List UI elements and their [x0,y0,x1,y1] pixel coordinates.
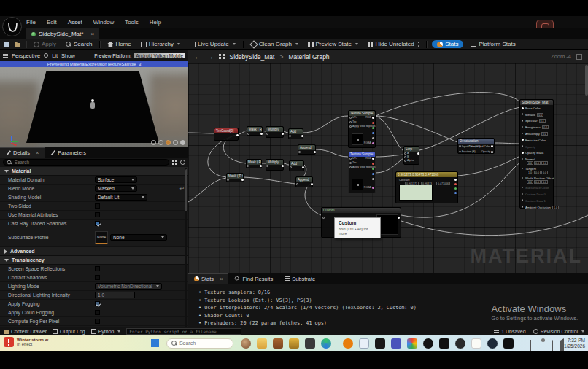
search-button[interactable]: Search [63,40,94,49]
compute-fog-per-pixel-checkbox[interactable] [95,319,100,324]
node-texture-sample-2[interactable]: Texture Sample UVs Tex Apply View MipBia… [348,151,376,193]
node-texture-sample-1[interactable]: Texture Sample UVs Tex Apply View MipBia… [348,110,376,148]
teams-icon[interactable] [391,338,401,349]
python-command-field[interactable] [126,328,241,335]
node-texcoord[interactable]: TexCoord[0] [214,128,239,141]
node-mask-rg-2[interactable]: Mask ( R G ) [226,173,244,182]
python-dropdown[interactable]: Python [91,329,121,334]
directional-lighting-intensity-field[interactable]: 1.0 [95,292,135,298]
node-append-1[interactable]: Append [298,144,316,155]
contact-shadows-checkbox[interactable] [95,275,100,280]
browse-icon[interactable] [15,42,20,47]
document-icon[interactable] [471,338,481,349]
output-log-button[interactable]: Output Log [53,329,85,334]
back-icon[interactable]: ← [194,53,201,61]
section-advanced[interactable]: Advanced [0,247,188,256]
google-icon[interactable] [407,338,417,349]
trophy-icon[interactable] [289,338,299,349]
details-scrollbar[interactable] [185,168,187,327]
menu-asset[interactable]: Asset [68,19,82,26]
lighting-mode-select[interactable]: Volumetric NonDirectional [95,283,162,290]
menu-window[interactable]: Window [93,19,114,26]
node-multiply-2[interactable]: Multiply [266,159,284,171]
reset-to-default-icon[interactable]: ↩ [179,186,184,192]
tab-details[interactable]: Details × [0,147,45,158]
obs-icon[interactable] [423,338,433,349]
duck-game-icon[interactable] [305,338,315,349]
node-material-result[interactable]: SidebySide_Mat Base Color Metallic0.0 Sp… [519,99,554,209]
tab-substrate[interactable]: Substrate [279,273,321,284]
material-domain-select[interactable]: Surface [95,176,137,183]
game-icon[interactable] [273,338,283,349]
node-add-1[interactable]: Add [288,128,303,139]
graph-scrollbar[interactable] [585,65,588,96]
steam-icon[interactable] [487,338,498,349]
two-sided-checkbox[interactable] [95,203,100,209]
graph-corner-icon[interactable] [576,54,582,60]
viewport-menu-icon[interactable] [3,54,8,58]
hierarchy-button[interactable]: Hierarchy [139,40,182,49]
disc-app-icon[interactable] [455,338,465,349]
section-material[interactable]: Material [0,167,188,176]
lit-dropdown[interactable]: Lit [52,53,58,59]
mesh-shape-icon[interactable] [180,140,185,145]
start-button[interactable] [151,339,159,347]
epic-games-icon[interactable] [375,338,385,349]
node-constant3vector[interactable]: 0.901373,0.96473,0.471066 Constant 0.901… [395,171,458,203]
avatar-icon[interactable] [241,338,251,349]
alienware-icon[interactable] [359,338,369,349]
platform-stats-button[interactable]: Platform Stats [468,40,517,49]
tab-find-results[interactable]: Find Results [228,273,279,284]
node-append-2[interactable]: Append [295,176,313,187]
unsaved-indicator[interactable]: 1 Unsaved [494,329,525,334]
subsurface-profile-thumbnail[interactable]: None [95,231,108,244]
details-search-input[interactable] [15,160,166,165]
tab-stats[interactable]: Stats× [188,273,228,284]
subsurface-profile-select[interactable]: None [110,234,167,241]
live-update-button[interactable]: Live Update [187,40,238,49]
use-material-attributes-checkbox[interactable] [95,212,100,217]
record-app-icon[interactable] [439,338,449,349]
save-icon[interactable] [4,42,9,47]
taskbar-search-input[interactable] [179,341,228,346]
menu-edit[interactable]: Edit [47,19,57,26]
show-dropdown[interactable]: Show [61,53,75,59]
menu-tools[interactable]: Tools [125,19,139,26]
blend-mode-select[interactable]: Masked [95,185,137,192]
details-close-icon[interactable]: × [36,149,39,156]
sphere-shape-icon[interactable] [158,140,163,145]
node-desaturation[interactable]: Desaturation Input Color (V3)Desaturated… [457,138,495,154]
node-add-2[interactable]: Add [289,160,304,171]
revision-control-button[interactable]: Revision Control [533,329,584,334]
stats-close-icon[interactable]: × [220,276,223,282]
screen-space-reflections-checkbox[interactable] [95,266,100,271]
tab-parameters[interactable]: Parameters [45,147,92,158]
shading-model-select[interactable]: Default Lit [95,194,147,201]
filter-icon[interactable] [172,160,178,166]
plane-shape-icon[interactable] [166,140,171,145]
python-command-input[interactable] [129,329,239,334]
apply-cloud-fogging-checkbox[interactable] [95,310,100,315]
taskbar-clock[interactable]: 7:32 PM 1/25/2026 [564,338,585,349]
stats-button[interactable]: Stats [432,40,463,48]
clean-graph-button[interactable]: Clean Graph [249,40,301,49]
breadcrumb-asset[interactable]: SidebySide_Mat [230,53,275,61]
material-preview-viewport[interactable] [0,67,188,147]
taskbar-search[interactable] [166,338,233,349]
forward-icon[interactable]: → [206,53,214,61]
blender-icon[interactable] [343,338,353,349]
node-lerp[interactable]: Lerp A B Alpha [403,146,419,165]
tab-close-icon[interactable]: × [90,31,94,37]
settings-gear-icon[interactable] [180,160,185,165]
cast-ray-traced-shadows-checkbox[interactable] [95,221,100,226]
content-drawer-button[interactable]: Content Drawer [4,329,47,334]
apply-button[interactable]: Apply [31,40,58,49]
menu-help[interactable]: Help [150,19,161,26]
home-button[interactable]: Home [105,40,133,49]
folder-icon[interactable] [257,338,267,349]
tab-sidebyside-mat[interactable]: SidebySide_Mat* × [26,28,99,39]
section-translucency[interactable]: Translucency [0,256,188,265]
hide-unrelated-button[interactable]: Hide Unrelated [365,40,421,49]
apply-fogging-checkbox[interactable] [95,301,100,306]
cube-shape-icon[interactable] [173,140,178,145]
